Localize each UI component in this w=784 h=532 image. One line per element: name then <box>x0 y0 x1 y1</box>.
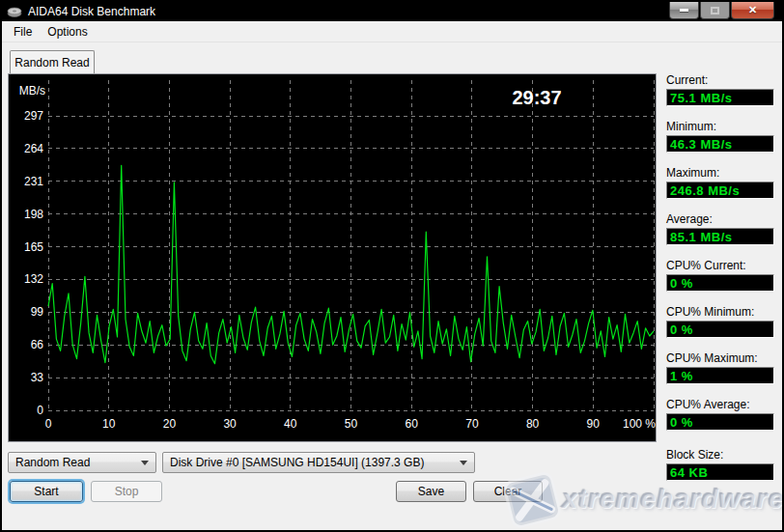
stop-button[interactable]: Stop <box>91 481 162 502</box>
tab-random-read[interactable]: Random Read <box>10 50 95 73</box>
stat-value: 1 % <box>666 367 774 384</box>
disk-drive-icon <box>7 5 22 18</box>
watermark-text: xtremehardware.it <box>562 484 784 515</box>
svg-text:132: 132 <box>24 272 43 286</box>
stat-value: 75.1 MB/s <box>666 89 774 106</box>
svg-text:264: 264 <box>24 142 43 155</box>
start-button[interactable]: Start <box>10 481 83 502</box>
stat-maximum: Maximum: 246.8 MB/s <box>666 166 774 199</box>
svg-text:MB/s: MB/s <box>19 84 45 98</box>
svg-text:99: 99 <box>31 305 44 319</box>
stat-value: 0 % <box>666 274 774 292</box>
window-title: AIDA64 Disk Benchmark <box>28 5 155 18</box>
save-button[interactable]: Save <box>396 481 466 502</box>
stat-label: Block Size: <box>666 448 774 462</box>
stat-value: 46.3 MB/s <box>666 135 774 153</box>
benchmark-type-select[interactable]: Random Read <box>8 452 156 473</box>
minimize-button[interactable] <box>669 2 699 19</box>
disk-drive-value: Disk Drive #0 [SAMSUNG HD154UI] (1397.3 … <box>170 456 424 469</box>
svg-text:80: 80 <box>526 417 540 431</box>
stat-average: Average: 85.1 MB/s <box>666 212 774 245</box>
stat-minimum: Minimum: 46.3 MB/s <box>666 120 774 153</box>
svg-text:66: 66 <box>31 338 44 351</box>
close-icon: ✕ <box>748 4 757 16</box>
svg-text:198: 198 <box>24 208 43 221</box>
svg-text:10: 10 <box>102 417 116 431</box>
svg-text:30: 30 <box>223 417 237 431</box>
stat-value: 0 % <box>666 321 774 338</box>
disk-drive-select[interactable]: Disk Drive #0 [SAMSUNG HD154UI] (1397.3 … <box>162 452 475 473</box>
stat-label: Current: <box>666 73 774 87</box>
svg-text:90: 90 <box>587 417 601 431</box>
svg-text:29:37: 29:37 <box>512 87 561 108</box>
window-body: Random Read 0102030405060708090100 %2972… <box>2 42 782 530</box>
svg-text:0: 0 <box>37 404 43 417</box>
maximize-button <box>700 2 730 19</box>
svg-text:60: 60 <box>406 417 419 431</box>
stat-cpu-minimum: CPU% Minimum: 0 % <box>666 305 774 338</box>
svg-text:165: 165 <box>24 240 43 254</box>
stat-label: CPU% Current: <box>666 259 774 272</box>
stat-cpu-current: CPU% Current: 0 % <box>666 259 774 292</box>
svg-text:0: 0 <box>45 417 52 431</box>
svg-text:70: 70 <box>465 417 479 431</box>
benchmark-type-value: Random Read <box>15 456 90 469</box>
close-button[interactable]: ✕ <box>731 2 774 19</box>
stat-label: Maximum: <box>666 166 774 180</box>
stat-value: 0 % <box>666 413 774 431</box>
stat-cpu-maximum: CPU% Maximum: 1 % <box>666 351 774 384</box>
benchmark-chart-area: 0102030405060708090100 %2972642311981651… <box>8 73 657 442</box>
stat-label: Average: <box>666 212 774 226</box>
menu-bar: File Options <box>2 21 782 42</box>
svg-text:100 %: 100 % <box>623 417 656 431</box>
stat-label: Minimum: <box>666 120 774 133</box>
stat-value: 64 KB <box>666 463 774 481</box>
stat-current: Current: 75.1 MB/s <box>666 73 774 106</box>
chevron-down-icon <box>460 461 467 465</box>
maximize-icon <box>711 7 719 14</box>
stat-cpu-average: CPU% Average: 0 % <box>666 398 774 431</box>
menu-options[interactable]: Options <box>40 22 95 42</box>
stat-label: CPU% Average: <box>666 398 774 411</box>
aida64-disk-benchmark-window: AIDA64 Disk Benchmark ✕ File Options Ran… <box>0 0 784 532</box>
clear-button[interactable]: Clear <box>473 481 543 502</box>
benchmark-chart: 0102030405060708090100 %2972642311981651… <box>9 74 656 441</box>
stat-label: CPU% Minimum: <box>666 305 774 319</box>
svg-text:40: 40 <box>284 417 297 431</box>
menu-file[interactable]: File <box>6 22 40 42</box>
svg-text:33: 33 <box>31 371 44 384</box>
stat-value: 85.1 MB/s <box>666 228 774 245</box>
minimize-icon <box>680 9 688 12</box>
stat-value: 246.8 MB/s <box>666 182 774 199</box>
stat-label: CPU% Maximum: <box>666 351 774 365</box>
svg-text:20: 20 <box>163 417 177 431</box>
stat-block-size: Block Size: 64 KB <box>666 448 774 481</box>
svg-text:231: 231 <box>24 175 43 188</box>
window-controls: ✕ <box>668 2 774 19</box>
svg-text:50: 50 <box>345 417 358 431</box>
chevron-down-icon <box>141 461 149 465</box>
svg-text:297: 297 <box>24 109 43 123</box>
title-bar[interactable]: AIDA64 Disk Benchmark ✕ <box>2 2 782 21</box>
